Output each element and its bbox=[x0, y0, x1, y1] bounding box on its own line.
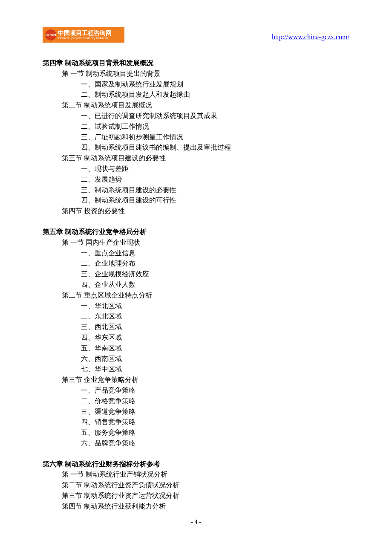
list-item: 三、企业规模经济效应 bbox=[43, 269, 349, 280]
list-item: 五、服务竞争策略 bbox=[43, 428, 349, 438]
list-item: 二、东北区域 bbox=[43, 311, 349, 322]
list-item: 一、现状与差距 bbox=[43, 164, 349, 174]
document-page: CPAN 中国项目工程咨询网 Chinese project advisory … bbox=[0, 0, 392, 543]
section-title: 第二节 制动系统行业资产负债状况分析 bbox=[43, 480, 349, 491]
logo-icon: CPAN bbox=[45, 29, 56, 40]
list-item: 七、华中区域 bbox=[43, 364, 349, 375]
list-item: 四、制动系统项目建议书的编制、提出及审批过程 bbox=[43, 142, 349, 153]
section-title: 第三节 制动系统项目建设的必要性 bbox=[43, 153, 349, 164]
logo-text: 中国项目工程咨询网 Chinese project advisory netwo… bbox=[58, 30, 112, 40]
list-item: 一、华北区域 bbox=[43, 301, 349, 312]
site-logo: CPAN 中国项目工程咨询网 Chinese project advisory … bbox=[43, 27, 124, 43]
list-item: 六、西南区域 bbox=[43, 354, 349, 364]
list-item: 一、国家及制动系统行业发展规划 bbox=[43, 79, 349, 90]
page-number: - 4 - bbox=[43, 519, 349, 526]
list-item: 一、产品竞争策略 bbox=[43, 385, 349, 396]
list-item: 四、企业从业人数 bbox=[43, 280, 349, 290]
list-item: 四、销售竞争策略 bbox=[43, 417, 349, 428]
section-title: 第 一节 制动系统项目提出的背景 bbox=[43, 69, 349, 79]
chapter-title: 第六章 制动系统行业财务指标分析参考 bbox=[43, 459, 349, 470]
list-item: 二、企业地理分布 bbox=[43, 258, 349, 269]
section-title: 第二节 重点区域企业特点分析 bbox=[43, 290, 349, 301]
section-title: 第二节 制动系统项目发展概况 bbox=[43, 100, 349, 111]
table-of-contents: 第四章 制动系统项目背景和发展概况第 一节 制动系统项目提出的背景一、国家及制动… bbox=[43, 58, 349, 512]
list-item: 五、华南区域 bbox=[43, 343, 349, 354]
list-item: 四、华东区域 bbox=[43, 332, 349, 343]
list-item: 二、试验试制工作情况 bbox=[43, 121, 349, 132]
list-item: 三、西北区域 bbox=[43, 322, 349, 332]
chapter-title: 第四章 制动系统项目背景和发展概况 bbox=[43, 58, 349, 69]
list-item: 一、已进行的调查研究制动系统项目及其成果 bbox=[43, 111, 349, 121]
section-title: 第 一节 制动系统行业产销状况分析 bbox=[43, 469, 349, 480]
logo-en-text: Chinese project advisory network bbox=[58, 37, 112, 40]
chapter-title: 第五章 制动系统行业竞争格局分析 bbox=[43, 227, 349, 237]
page-header: CPAN 中国项目工程咨询网 Chinese project advisory … bbox=[43, 27, 349, 43]
section-title: 第三节 企业竞争策略分析 bbox=[43, 375, 349, 385]
site-url-link[interactable]: http://www.china-gczx.com/ bbox=[272, 33, 349, 41]
list-item: 三、渠道竞争策略 bbox=[43, 407, 349, 417]
list-item: 二、价格竞争策略 bbox=[43, 396, 349, 407]
list-item: 二、制动系统项目发起人和发起缘由 bbox=[43, 90, 349, 100]
section-title: 第四节 制动系统行业获利能力分析 bbox=[43, 501, 349, 512]
section-title: 第 一节 国内生产企业现状 bbox=[43, 237, 349, 248]
logo-cn-text: 中国项目工程咨询网 bbox=[58, 30, 112, 36]
list-item: 一、重点企业信息 bbox=[43, 248, 349, 259]
list-item: 六、品牌竞争策略 bbox=[43, 438, 349, 449]
list-item: 四、制动系统项目建设的可行性 bbox=[43, 195, 349, 206]
list-item: 二、发展趋势 bbox=[43, 174, 349, 185]
list-item: 三、厂址初勘和初步测量工作情况 bbox=[43, 132, 349, 143]
section-title: 第三节 制动系统行业资产运营状况分析 bbox=[43, 491, 349, 501]
section-title: 第四节 投资的必要性 bbox=[43, 206, 349, 217]
list-item: 三、制动系统项目建设的必要性 bbox=[43, 185, 349, 196]
